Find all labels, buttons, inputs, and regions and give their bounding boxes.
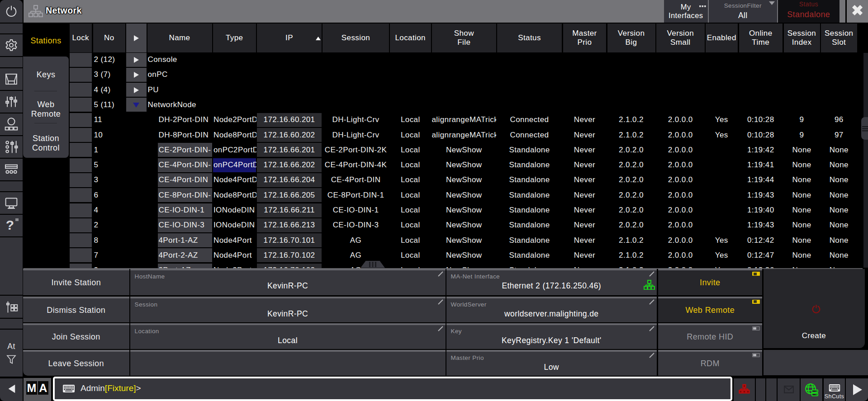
svg-text:?: ? xyxy=(6,217,14,232)
